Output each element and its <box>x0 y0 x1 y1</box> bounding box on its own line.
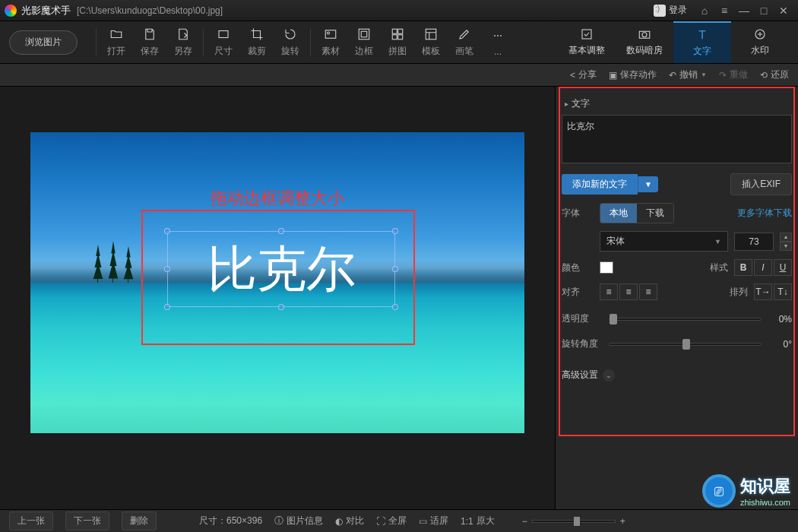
fit-screen-button[interactable]: ▭适屏 <box>419 515 448 527</box>
restore-button[interactable]: ⟲还原 <box>760 68 789 81</box>
image-dimensions: 尺寸：650×396 <box>199 515 262 527</box>
camera-icon <box>638 27 651 41</box>
more-button[interactable]: ⋯... <box>481 28 515 57</box>
svg-rect-5 <box>392 29 397 33</box>
undo-button[interactable]: ↶撤销▼ <box>669 68 707 81</box>
chevron-down-icon: ⌄ <box>603 369 615 382</box>
rotate-label: 旋转角度 <box>562 337 601 350</box>
material-button[interactable]: 素材 <box>314 27 347 58</box>
template-button[interactable]: 模板 <box>414 27 448 58</box>
rotate-value: 0° <box>769 339 792 350</box>
image-info-button[interactable]: ⓘ图片信息 <box>274 515 323 527</box>
compare-button[interactable]: ◐对比 <box>335 515 364 527</box>
opacity-slider[interactable] <box>609 318 762 321</box>
horizontal-text-button[interactable]: T→ <box>754 283 772 300</box>
save-button[interactable]: 保存 <box>133 27 166 58</box>
window-home-button[interactable]: ⌂ <box>695 2 714 19</box>
folder-icon <box>109 27 124 42</box>
bold-button[interactable]: B <box>734 259 752 276</box>
size-up-button[interactable]: ▲ <box>780 233 792 242</box>
svg-rect-10 <box>582 30 591 39</box>
app-title: 光影魔术手 <box>21 4 71 17</box>
rotate-icon <box>283 27 298 42</box>
next-image-button[interactable]: 下一张 <box>65 511 109 530</box>
annotation-text: 拖动边框调整大小 <box>211 187 344 210</box>
zoom-slider[interactable] <box>532 520 616 523</box>
delete-button[interactable]: 删除 <box>122 511 157 530</box>
info-icon: ⓘ <box>274 515 283 527</box>
underline-button[interactable]: U <box>774 259 792 276</box>
watermark-icon <box>753 27 767 41</box>
zoom-in-button[interactable]: + <box>620 516 625 527</box>
redo-button[interactable]: ↷重做 <box>719 68 748 81</box>
tab-text[interactable]: 文字 <box>673 21 731 63</box>
file-path: [C:\Users\kunduogz\Desktop\00.jpg] <box>77 5 223 16</box>
window-maximize-button[interactable]: □ <box>754 2 774 19</box>
open-button[interactable]: 打开 <box>100 27 133 58</box>
collage-button[interactable]: 拼图 <box>381 27 414 58</box>
color-swatch[interactable] <box>600 261 613 274</box>
window-close-button[interactable]: ✕ <box>774 2 793 19</box>
brush-button[interactable]: 画笔 <box>448 27 481 58</box>
fullscreen-button[interactable]: ⛶全屏 <box>376 515 407 527</box>
align-label: 对齐 <box>562 286 594 299</box>
rotate-button[interactable]: 旋转 <box>274 27 307 58</box>
browse-images-button[interactable]: 浏览图片 <box>9 30 78 55</box>
style-label: 样式 <box>710 261 728 274</box>
more-icon: ⋯ <box>490 28 505 43</box>
vertical-text-button[interactable]: T↓ <box>774 283 792 300</box>
text-overlay[interactable]: 比克尔 <box>167 231 395 307</box>
frame-icon <box>356 27 372 42</box>
font-tab-local[interactable]: 本地 <box>600 204 637 223</box>
undo-icon: ↶ <box>669 70 676 81</box>
svg-rect-0 <box>219 31 228 38</box>
size-button[interactable]: 尺寸 <box>207 27 240 58</box>
tab-basic-adjust[interactable]: 基本调整 <box>558 21 616 63</box>
rotate-slider[interactable] <box>609 343 762 346</box>
font-size-input[interactable]: 73 <box>734 233 774 251</box>
font-select[interactable]: 宋体▼ <box>600 231 728 252</box>
chevron-down-icon[interactable]: ▼ <box>638 176 658 192</box>
crop-icon <box>249 27 264 42</box>
save-action-button[interactable]: ▣保存动作 <box>609 68 657 81</box>
svg-rect-9 <box>426 29 436 40</box>
original-size-button[interactable]: 1:1原大 <box>461 515 495 527</box>
share-button[interactable]: <分享 <box>570 68 597 81</box>
tab-darkroom[interactable]: 数码暗房 <box>616 21 673 63</box>
image-icon <box>323 27 338 42</box>
chevron-down-icon: ▼ <box>714 238 721 245</box>
image-preview[interactable]: 拖动边框调整大小 比克尔 <box>30 132 524 433</box>
fit-icon: ▭ <box>419 516 427 527</box>
prev-image-button[interactable]: 上一张 <box>9 511 53 530</box>
insert-exif-button[interactable]: 插入EXIF <box>730 173 792 195</box>
overlay-text[interactable]: 比克尔 <box>167 231 395 307</box>
svg-rect-8 <box>398 35 403 40</box>
panel-header[interactable]: 文字 <box>562 93 792 115</box>
login-button[interactable]: 登录 <box>654 4 687 17</box>
record-icon: ▣ <box>609 70 617 81</box>
italic-button[interactable]: I <box>754 259 772 276</box>
canvas-area[interactable]: 拖动边框调整大小 比克尔 <box>0 87 555 509</box>
align-right-button[interactable]: ≡ <box>639 283 657 300</box>
more-fonts-link[interactable]: 更多字体下载 <box>737 207 792 220</box>
size-down-button[interactable]: ▼ <box>780 242 792 251</box>
add-text-button[interactable]: 添加新的文字▼ <box>562 174 658 195</box>
crop-button[interactable]: 裁剪 <box>240 27 274 58</box>
window-settings-button[interactable]: ≡ <box>714 2 734 19</box>
frame-button[interactable]: 边框 <box>347 27 381 58</box>
align-left-button[interactable]: ≡ <box>600 283 618 300</box>
onetoone-icon: 1:1 <box>461 516 473 527</box>
template-icon <box>423 27 439 42</box>
save-icon <box>142 27 157 42</box>
zoom-out-button[interactable]: − <box>522 516 527 527</box>
svg-rect-3 <box>359 29 369 40</box>
saveas-button[interactable]: 另存 <box>166 27 200 58</box>
align-center-button[interactable]: ≡ <box>619 283 638 300</box>
advanced-settings-toggle[interactable]: 高级设置⌄ <box>562 369 792 382</box>
text-input[interactable] <box>562 115 792 163</box>
brand-logo-icon: ⎚ <box>702 474 736 508</box>
font-tab-download[interactable]: 下载 <box>637 204 673 223</box>
window-minimize-button[interactable]: — <box>734 2 754 19</box>
compare-icon: ◐ <box>335 516 343 527</box>
tab-watermark[interactable]: 水印 <box>731 21 789 63</box>
